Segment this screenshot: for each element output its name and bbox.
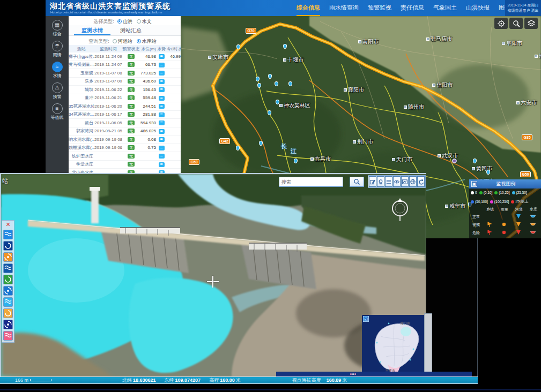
station-marker[interactable] — [236, 44, 240, 49]
station-row[interactable]: 铁炉垄水库无= — [69, 152, 181, 161]
inset-corner-icon[interactable]: ◰ — [363, 316, 369, 322]
station-row[interactable]: 玉皇观2019-11-07 08无773.025= — [69, 69, 181, 78]
snapshot-icon[interactable] — [3, 320, 13, 329]
user-logout[interactable]: 省级普通用户 退出 — [505, 8, 541, 13]
sidebar-item-预警[interactable]: ⚠预警 — [46, 82, 69, 100]
flood-layer-icon[interactable] — [3, 297, 13, 307]
station-marker[interactable] — [473, 159, 477, 163]
search-button[interactable] — [350, 177, 364, 187]
type-option-水文[interactable]: 水文 — [137, 19, 152, 24]
trend-steady-icon: = — [159, 112, 165, 117]
ripples-layer-icon[interactable] — [3, 263, 13, 273]
station-row[interactable]: 乐乡2019-11-07 00无436.60= — [69, 78, 181, 86]
eye-icon[interactable] — [393, 176, 401, 187]
type-option-山洪[interactable]: 山洪 — [117, 19, 132, 24]
locate-icon[interactable] — [494, 18, 508, 29]
station-row[interactable]: 姚棚溪水库(...2019-09-19 06无0.75= — [69, 144, 181, 153]
station-name: 35芭茅湖水位... — [69, 103, 94, 109]
station-name: 玉皇观 — [69, 70, 94, 76]
overview-inset-map[interactable]: ◰ 海口市三亚市 — [362, 315, 425, 376]
legend-icon-res — [530, 221, 536, 227]
query-select-row: 查询类型: 河道站水库站 — [69, 36, 181, 45]
nav-item-5[interactable]: 气象国土 — [433, 0, 457, 16]
city-name: 南阳市 — [362, 38, 379, 46]
sidebar-item-雨情[interactable]: ☂雨情 — [46, 41, 69, 58]
monitor-time: 2019-11-07 08 — [94, 71, 122, 76]
query-option-水库站[interactable]: 水库站 — [137, 39, 157, 44]
station-marker[interactable] — [259, 141, 263, 146]
zoom-icon[interactable] — [509, 18, 523, 29]
vortex-layer-icon[interactable] — [3, 241, 13, 251]
status-badge: 无 — [128, 162, 135, 167]
undo-icon[interactable] — [417, 176, 425, 187]
station-marker[interactable] — [268, 74, 272, 79]
query-radio[interactable] — [137, 39, 141, 43]
station-row[interactable]: 城坝2019-11-06 22无156.45= — [69, 86, 181, 94]
window-scrollbar[interactable] — [424, 313, 432, 376]
nav-item-6[interactable]: 山洪快报 — [466, 0, 490, 16]
sidebar-item-等值线[interactable]: ≡等值线 — [46, 103, 69, 120]
layers-icon[interactable] — [524, 18, 538, 29]
legend-icon-tri — [515, 229, 522, 235]
station-marker[interactable] — [294, 159, 298, 163]
trend-steady-icon: = — [159, 120, 165, 125]
trend-steady-icon: = — [159, 137, 165, 142]
search-input[interactable] — [279, 177, 343, 187]
station-row[interactable]: 黄马褂测量...2019-11-24 07无66.73= — [69, 61, 181, 70]
station-row[interactable]: 致台2019-11-06 05无594.930= — [69, 119, 181, 127]
sidebar-item-水情[interactable]: ≈水情 — [46, 62, 69, 79]
nav-item-3[interactable]: 预警监视 — [368, 0, 391, 16]
scene-3d[interactable]: 站 ✕ — [0, 173, 426, 376]
station-row[interactable]: 狮子山gps位...2019-11-24 09无46.98=46.99 — [69, 52, 181, 61]
legend-col-水库: 水库 — [527, 207, 540, 212]
type-radio[interactable] — [117, 19, 122, 24]
station-row[interactable]: 郭家湾河2019-09-21 05无486.025= — [69, 127, 181, 136]
type-radio[interactable] — [137, 19, 141, 24]
station-marker[interactable] — [256, 77, 260, 81]
nav-item-4[interactable]: 责任信息 — [401, 0, 424, 16]
station-marker[interactable] — [236, 146, 240, 150]
query-option-河道站[interactable]: 河道站 — [113, 39, 132, 44]
station-marker[interactable] — [276, 100, 279, 104]
user-box[interactable]: 2019-11-24 星期日 省级普通用户 退出 — [505, 0, 541, 16]
globe-icon[interactable] — [409, 176, 417, 187]
tab-1[interactable]: 监测水情 — [74, 25, 110, 35]
legend-dot-(25,50]: (25,50] — [512, 191, 527, 194]
splash-layer-icon[interactable] — [3, 286, 13, 296]
station-row[interactable]: 学堂水库无= — [69, 161, 181, 169]
station-row[interactable]: 董冲2019-11-06 21无559.48= — [69, 94, 181, 103]
station-marker[interactable] — [486, 170, 490, 175]
annotate-icon[interactable] — [369, 176, 376, 187]
typhoon-layer-icon[interactable] — [3, 252, 13, 262]
city-dot-icon — [392, 158, 395, 161]
station-row[interactable]: 35芭茅湖水位...2019-11-06 20无244.51= — [69, 102, 181, 111]
station-marker[interactable] — [288, 81, 292, 86]
warn-status: 无 — [122, 137, 140, 142]
query-radio[interactable] — [113, 39, 117, 43]
city-label-驻马店市: 驻马店市 — [426, 35, 452, 43]
nav-item-2[interactable]: 雨水情查询 — [329, 0, 359, 16]
nav-item-1[interactable]: 综合信息 — [297, 0, 320, 16]
radar-layer-icon[interactable] — [3, 275, 13, 284]
flower-icon — [350, 373, 356, 375]
station-row[interactable]: 34芭茅湖水...2019-11-06 17无281.88= — [69, 111, 181, 119]
station-marker[interactable] — [275, 81, 278, 86]
close-icon[interactable]: ✕ — [2, 221, 14, 228]
compass[interactable] — [390, 197, 410, 225]
station-marker[interactable] — [283, 44, 287, 49]
viewer-3d-window: 站 ✕ — [0, 173, 478, 384]
chart-image-icon[interactable] — [401, 176, 409, 187]
sediment-layer-icon[interactable] — [3, 308, 13, 318]
sidebar-item-综合[interactable]: ▦综合 — [46, 20, 69, 37]
rainfall-layer-icon[interactable] — [3, 230, 13, 239]
station-marker[interactable] — [257, 83, 261, 88]
type-option-label: 水文 — [142, 19, 152, 24]
station-row[interactable]: 响水洞水库(...2019-09-19 08无0.08= — [69, 135, 181, 144]
stats-icon[interactable] — [3, 331, 13, 341]
water-level: 0.75 — [140, 145, 156, 150]
city-name: 神农架林区 — [284, 102, 310, 109]
tab-2[interactable]: 测站汇总 — [113, 25, 149, 35]
camera-icon[interactable] — [377, 176, 384, 187]
station-marker[interactable] — [268, 110, 271, 115]
list-icon[interactable] — [385, 176, 392, 187]
